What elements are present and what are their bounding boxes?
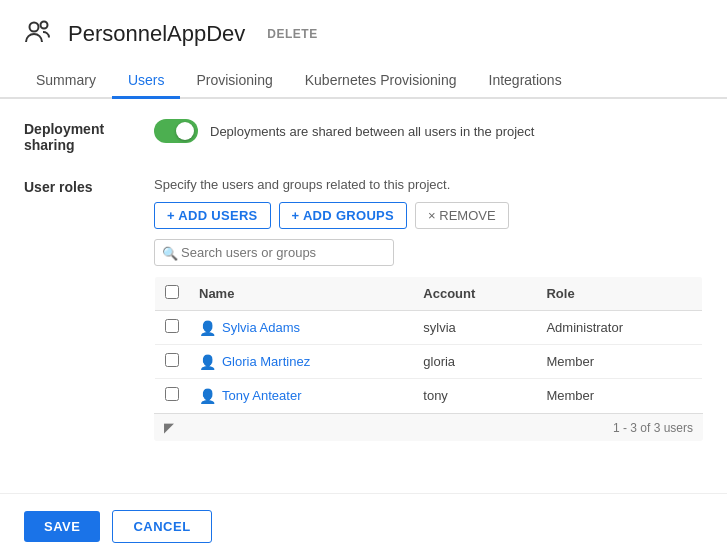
svg-point-1 [41, 22, 48, 29]
user-name-3: Tony Anteater [222, 388, 302, 403]
user-icon-2: 👤 [199, 354, 216, 370]
table-header-row: Name Account Role [155, 277, 703, 311]
deployment-sharing-toggle[interactable] [154, 119, 198, 143]
search-wrapper: 🔍 [154, 239, 703, 266]
delete-button[interactable]: DELETE [267, 27, 317, 41]
tab-kubernetes-provisioning[interactable]: Kubernetes Provisioning [289, 64, 473, 99]
user-roles-content: Specify the users and groups related to … [154, 177, 703, 441]
table-row: 👤 Sylvia Adams sylvia Administrator [155, 311, 703, 345]
row-checkbox-1[interactable] [165, 319, 179, 333]
table-footer: ◤ 1 - 3 of 3 users [154, 413, 703, 441]
user-link-3[interactable]: 👤 Tony Anteater [199, 388, 403, 404]
user-name-cell: 👤 Tony Anteater [189, 379, 413, 413]
deployment-sharing-description: Deployments are shared between all users… [210, 124, 534, 139]
user-account-2: gloria [413, 345, 536, 379]
tab-provisioning[interactable]: Provisioning [180, 64, 288, 99]
search-input[interactable] [154, 239, 394, 266]
table-row: 👤 Tony Anteater tony Member [155, 379, 703, 413]
select-all-checkbox[interactable] [165, 285, 179, 299]
table-footer-text: 1 - 3 of 3 users [613, 421, 693, 435]
app-icon [20, 16, 56, 52]
remove-button[interactable]: × REMOVE [415, 202, 509, 229]
user-role-2: Member [536, 345, 702, 379]
add-groups-button[interactable]: + ADD GROUPS [279, 202, 407, 229]
user-account-1: sylvia [413, 311, 536, 345]
user-roles-section: User roles Specify the users and groups … [24, 177, 703, 441]
row-checkbox-cell [155, 379, 190, 413]
tab-users[interactable]: Users [112, 64, 181, 99]
header-checkbox-cell [155, 277, 190, 311]
column-toggle-icon[interactable]: ◤ [164, 420, 174, 435]
save-button[interactable]: SAVE [24, 511, 100, 542]
content-area: Deployment sharing Deployments are share… [0, 99, 727, 485]
user-roles-description: Specify the users and groups related to … [154, 177, 703, 192]
user-name-cell: 👤 Gloria Martinez [189, 345, 413, 379]
user-name-cell: 👤 Sylvia Adams [189, 311, 413, 345]
header-name: Name [189, 277, 413, 311]
users-table: Name Account Role 👤 Sylvia Adams [154, 276, 703, 413]
user-role-1: Administrator [536, 311, 702, 345]
row-checkbox-cell [155, 311, 190, 345]
deployment-sharing-label: Deployment sharing [24, 119, 154, 153]
tab-summary[interactable]: Summary [20, 64, 112, 99]
row-checkbox-2[interactable] [165, 353, 179, 367]
user-icon-3: 👤 [199, 388, 216, 404]
user-icon-1: 👤 [199, 320, 216, 336]
deployment-sharing-section: Deployment sharing Deployments are share… [24, 119, 703, 153]
toggle-row: Deployments are shared between all users… [154, 119, 703, 143]
app-title: PersonnelAppDev [68, 21, 245, 47]
tab-bar: Summary Users Provisioning Kubernetes Pr… [0, 64, 727, 99]
user-link-1[interactable]: 👤 Sylvia Adams [199, 320, 403, 336]
row-checkbox-cell [155, 345, 190, 379]
user-name-2: Gloria Martinez [222, 354, 310, 369]
table-row: 👤 Gloria Martinez gloria Member [155, 345, 703, 379]
user-account-3: tony [413, 379, 536, 413]
user-role-3: Member [536, 379, 702, 413]
user-roles-label: User roles [24, 177, 154, 195]
toggle-slider [154, 119, 198, 143]
header-role: Role [536, 277, 702, 311]
svg-point-0 [30, 23, 39, 32]
user-name-1: Sylvia Adams [222, 320, 300, 335]
cancel-button[interactable]: CANCEL [112, 510, 211, 543]
tab-integrations[interactable]: Integrations [473, 64, 578, 99]
search-icon: 🔍 [162, 245, 178, 260]
page-footer: SAVE CANCEL [0, 493, 727, 548]
row-checkbox-3[interactable] [165, 387, 179, 401]
header-account: Account [413, 277, 536, 311]
deployment-sharing-content: Deployments are shared between all users… [154, 119, 703, 143]
app-header: PersonnelAppDev DELETE [0, 0, 727, 64]
add-users-button[interactable]: + ADD USERS [154, 202, 271, 229]
user-link-2[interactable]: 👤 Gloria Martinez [199, 354, 403, 370]
action-buttons: + ADD USERS + ADD GROUPS × REMOVE [154, 202, 703, 229]
